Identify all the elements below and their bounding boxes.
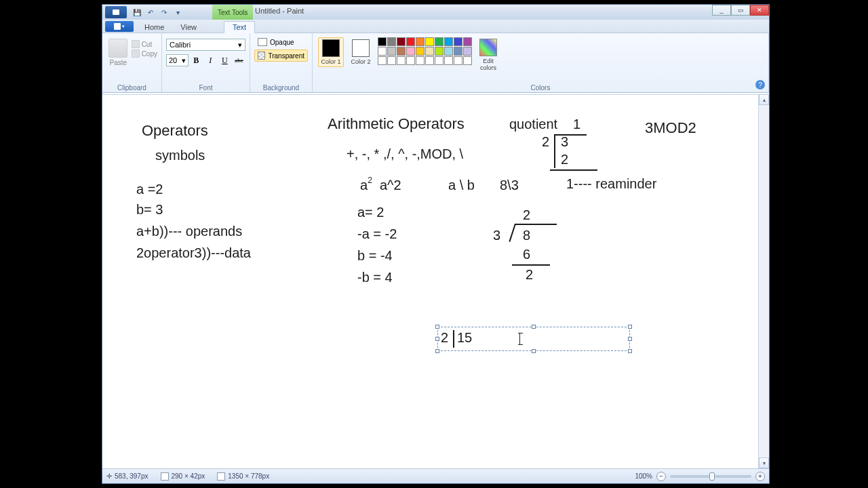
palette-color[interactable] <box>454 37 462 46</box>
palette-color[interactable] <box>416 56 425 65</box>
resize-handle[interactable] <box>628 337 632 341</box>
canvas-text: 2 <box>542 134 549 150</box>
zoom-out-button[interactable]: − <box>656 472 666 481</box>
palette-color[interactable] <box>454 56 462 65</box>
palette-color[interactable] <box>397 47 406 56</box>
canvas-size: 1350 × 778px <box>217 472 269 481</box>
group-clipboard: Paste Cut Copy Clipboard <box>102 33 162 92</box>
palette-color[interactable] <box>425 56 434 65</box>
underline-button[interactable]: U <box>218 54 231 67</box>
palette-color[interactable] <box>378 56 387 65</box>
color1-button[interactable]: Color 1 <box>318 37 344 67</box>
palette-color[interactable] <box>463 47 472 56</box>
italic-button[interactable]: I <box>204 54 217 67</box>
resize-handle[interactable] <box>435 337 439 341</box>
palette-color[interactable] <box>435 56 443 65</box>
resize-handle[interactable] <box>628 349 632 353</box>
palette-color[interactable] <box>378 47 387 56</box>
palette-color[interactable] <box>406 56 415 65</box>
crosshair-icon: ✛ <box>106 472 112 480</box>
palette-color[interactable] <box>425 47 434 56</box>
edit-colors-icon <box>479 39 497 56</box>
canvas-text: 3 <box>493 228 500 243</box>
canvas-text: a= 2 <box>357 205 384 220</box>
canvas-text: 2 <box>441 330 448 346</box>
font-size-select[interactable]: 20▾ <box>166 54 189 66</box>
palette-color[interactable] <box>387 47 396 56</box>
palette-color[interactable] <box>444 47 453 56</box>
app-menu-button[interactable] <box>105 6 127 18</box>
paint-window: 💾 ↶ ↷ ▾ Text Tools Untitled - Paint _ ▭ … <box>102 4 770 484</box>
cut-button[interactable]: Cut <box>132 40 157 48</box>
strike-button[interactable]: abc <box>233 54 245 67</box>
font-family-select[interactable]: Calibri▾ <box>166 39 245 51</box>
paste-icon <box>108 39 127 58</box>
transparent-option[interactable]: Transparent <box>254 49 308 62</box>
palette-color[interactable] <box>397 37 406 46</box>
resize-handle[interactable] <box>532 325 536 329</box>
qat-dropdown-icon[interactable]: ▾ <box>172 6 184 18</box>
canvas-size-icon <box>217 472 225 481</box>
canvas-text: b = -4 <box>357 248 393 264</box>
opaque-option[interactable]: Opaque <box>254 36 308 48</box>
resize-handle[interactable] <box>532 349 536 353</box>
copy-button[interactable]: Copy <box>132 49 157 58</box>
palette-color[interactable] <box>463 56 472 65</box>
palette-color[interactable] <box>454 47 462 56</box>
canvas-text: -b = 4 <box>357 270 393 285</box>
canvas-text: a+b))--- operands <box>136 224 242 239</box>
palette-color[interactable] <box>416 37 425 46</box>
palette-color[interactable] <box>406 47 415 56</box>
canvas-text: a =2 <box>136 182 163 197</box>
scroll-up-button[interactable]: ▴ <box>759 94 769 105</box>
tab-view[interactable]: View <box>172 22 205 33</box>
palette-color[interactable] <box>435 47 443 56</box>
close-button[interactable]: ✕ <box>750 5 769 16</box>
text-tools-contextual-tab: Text Tools <box>212 5 253 20</box>
resize-handle[interactable] <box>435 325 439 329</box>
canvas-text: 2operator3))---data <box>136 245 251 261</box>
vertical-scrollbar[interactable]: ▴ ▾ <box>758 94 769 468</box>
save-icon[interactable]: 💾 <box>131 6 143 18</box>
palette-color[interactable] <box>435 37 443 46</box>
scroll-down-button[interactable]: ▾ <box>759 458 769 468</box>
palette-color[interactable] <box>406 37 415 46</box>
palette-color[interactable] <box>444 37 453 46</box>
canvas-text: 1 <box>573 117 580 132</box>
resize-handle[interactable] <box>628 325 632 329</box>
file-menu-button[interactable] <box>105 21 134 32</box>
minimize-button[interactable]: _ <box>712 5 731 16</box>
maximize-button[interactable]: ▭ <box>731 5 750 16</box>
palette-color[interactable] <box>416 47 425 56</box>
zoom-slider[interactable] <box>670 475 751 478</box>
zoom-in-button[interactable]: + <box>755 472 765 481</box>
status-bar: ✛583, 397px 290 × 42px 1350 × 778px 100%… <box>102 468 769 483</box>
tab-text[interactable]: Text <box>224 21 255 33</box>
edit-colors-button[interactable]: Edit colors <box>476 37 500 71</box>
canvas-text: quotient <box>509 117 557 132</box>
palette-color[interactable] <box>425 37 434 46</box>
tab-home[interactable]: Home <box>136 22 172 33</box>
help-button[interactable]: ? <box>755 80 765 89</box>
palette-color[interactable] <box>378 37 387 46</box>
canvas-text: a2 a^2 <box>360 178 401 193</box>
palette-color[interactable] <box>463 37 472 46</box>
canvas-area[interactable]: Operators symbols a =2 b= 3 a+b))--- ope… <box>102 94 769 468</box>
undo-icon[interactable]: ↶ <box>144 6 157 18</box>
zoom-level: 100% <box>635 472 652 480</box>
zoom-thumb[interactable] <box>709 472 715 481</box>
color2-button[interactable]: Color 2 <box>348 37 374 67</box>
bold-button[interactable]: B <box>190 54 203 67</box>
resize-handle[interactable] <box>435 349 439 353</box>
palette-color[interactable] <box>387 56 396 65</box>
redo-icon[interactable]: ↷ <box>158 6 170 18</box>
canvas-text: +, -, * ,/, ^, -,MOD, \ <box>347 146 463 162</box>
active-text-box[interactable]: 2 15 <box>437 327 630 351</box>
ribbon: Paste Cut Copy Clipboard Calibri▾ 20▾ B … <box>102 33 769 93</box>
paste-button[interactable]: Paste <box>106 37 130 66</box>
palette-color[interactable] <box>387 37 396 46</box>
palette-color[interactable] <box>444 56 453 65</box>
copy-icon <box>132 49 140 58</box>
canvas-line <box>550 169 597 171</box>
palette-color[interactable] <box>397 56 406 65</box>
